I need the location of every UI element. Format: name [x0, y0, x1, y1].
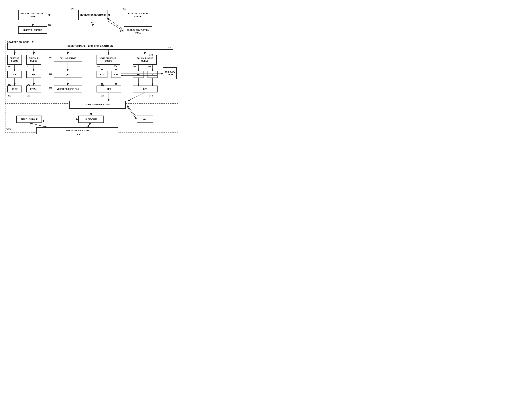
- instruction-fetch-box: INSTRUCTION FETCH UNIT: [78, 10, 107, 20]
- ref-206: 206: [71, 8, 74, 10]
- ref-320: 320: [49, 73, 52, 75]
- fx2-lsu2-issue-box: FX2/LSU2 ISSUE QUEUE: [133, 55, 157, 65]
- ref-204: 204: [90, 21, 93, 24]
- ref-208: 208: [48, 24, 51, 26]
- fx1-lsu1-issue-box: FX1/LSU1 ISSUE QUEUE: [96, 55, 120, 65]
- ref-240: 240: [8, 84, 11, 86]
- ref-212: 212: [120, 30, 123, 32]
- qpu-box: QPU: [54, 71, 82, 78]
- ref-232: 232: [149, 54, 153, 56]
- ref-256: 256: [133, 66, 136, 68]
- ls1-box: LS1: [111, 71, 121, 78]
- ref-252: 252: [101, 84, 104, 86]
- ref-258: 258: [148, 66, 151, 68]
- cr-box: CR: [7, 71, 22, 78]
- register-maps-box: REGISTER MAPS – GPR, QPR, CA, CTR, LK: [7, 43, 173, 50]
- gpr-left-box: GPR: [96, 86, 121, 93]
- ref-210: 210: [168, 47, 171, 49]
- ref-262: 262: [27, 95, 30, 97]
- dispatch-buffer-box: DISPATCH BUFFER: [18, 26, 47, 34]
- gpr-right-box: GPR: [133, 86, 158, 93]
- ref-254: 254: [114, 65, 117, 67]
- ref-330: 330: [49, 87, 52, 89]
- ref-242: 242: [27, 84, 30, 86]
- global-completion-box: GLOBAL COMPLETION TABLE: [124, 26, 152, 36]
- bus-interface-box: BUS INTERFACE UNIT: [37, 127, 118, 134]
- ref-202: 202: [123, 8, 126, 10]
- ctr-lk-box: CTR/LK: [26, 86, 41, 93]
- cr-rf-box: CR RF: [7, 86, 22, 93]
- qpu-issue-box: QPU ISSUE UNIT: [54, 55, 82, 62]
- br-box: BR: [26, 71, 41, 78]
- cache-64kb-box: 64KB INSTRUCTION CACHE: [124, 10, 152, 20]
- fx2-box: FX2: [133, 71, 144, 78]
- fx1-box: FX1: [96, 71, 107, 78]
- svg-line-8: [107, 18, 124, 30]
- ref-220: 220: [8, 66, 11, 68]
- sts-label: STS: [6, 127, 11, 130]
- core-interface-box: CORE INTERFACE UNIT: [69, 101, 126, 109]
- ref-222: 222: [27, 66, 30, 68]
- ref-230: 230: [96, 66, 100, 68]
- ref-310: 310: [49, 57, 52, 59]
- ref-270: 270: [101, 95, 104, 97]
- mcu-box: MCU: [137, 116, 153, 123]
- l2-cache-box: 512KB L2 CACHE: [16, 116, 42, 123]
- diagram: STS POWERPC 970 CORE INSTRUCTION DECODE …: [0, 0, 182, 135]
- ls2-box: LS2: [147, 71, 158, 78]
- br-issue-box: BR ISSUE QUEUE: [26, 55, 41, 65]
- cr-issue-box: CR ISSUE QUEUE: [7, 55, 22, 65]
- instruction-decode-box: INSTRUCTION DECODE UNIT: [18, 10, 47, 20]
- ref-272: 272: [149, 95, 153, 97]
- ref-280: 280: [163, 67, 166, 69]
- svg-line-45: [107, 21, 124, 31]
- cache-32kb-box: 32KB DATA CACHE: [163, 67, 177, 79]
- ref-260: 260: [8, 95, 11, 97]
- l2-dir-box: L2 DIR/CNT1: [78, 116, 104, 123]
- vector-reg-box: VECTOR REGISTER FILE: [54, 86, 82, 93]
